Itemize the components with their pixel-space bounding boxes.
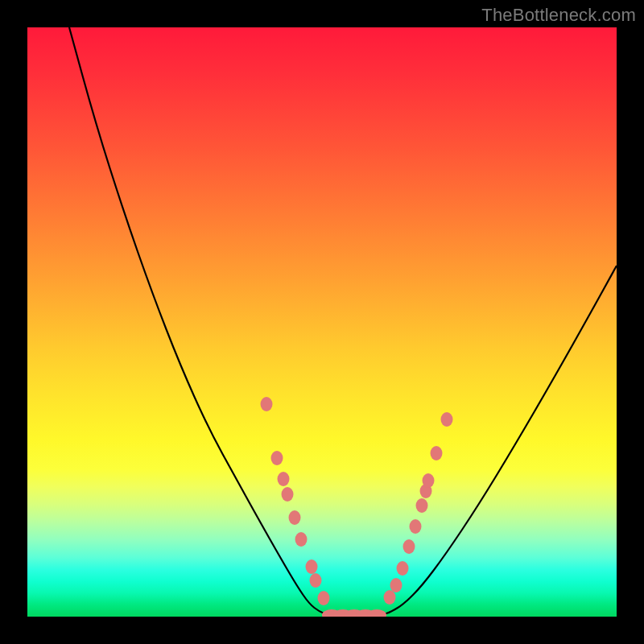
data-point: [261, 397, 273, 411]
data-point: [403, 539, 415, 554]
beads-right-group: [384, 412, 453, 605]
data-point: [397, 561, 409, 576]
data-point: [431, 446, 443, 460]
data-point: [310, 573, 322, 588]
data-point: [384, 590, 396, 605]
data-point: [282, 487, 294, 502]
data-point: [278, 472, 290, 486]
curve-left: [69, 27, 328, 615]
data-point: [390, 578, 402, 592]
data-point: [271, 451, 283, 465]
beads-flat-group: [322, 609, 386, 617]
data-point: [318, 591, 330, 605]
chart-svg: [27, 27, 617, 617]
watermark-text: TheBottleneck.com: [481, 5, 636, 26]
chart-frame: [27, 27, 617, 617]
data-point: [441, 412, 453, 427]
data-point: [306, 559, 318, 574]
data-point: [289, 510, 301, 525]
data-point: [416, 498, 428, 513]
beads-left-group: [261, 397, 330, 605]
data-point: [410, 519, 422, 534]
data-point: [423, 473, 435, 488]
curve-right: [382, 266, 617, 615]
data-point: [295, 532, 308, 547]
